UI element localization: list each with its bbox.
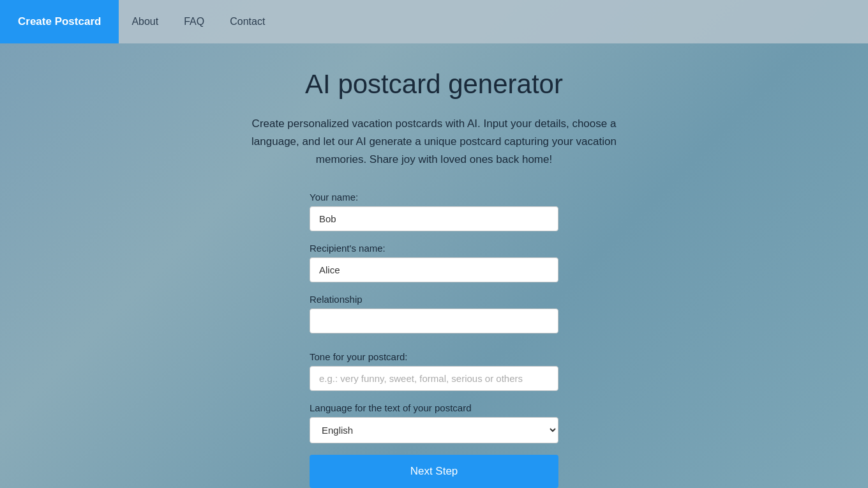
nav-brand[interactable]: Create Postcard bbox=[0, 0, 119, 43]
nav-links: About FAQ Contact bbox=[119, 0, 868, 43]
recipient-name-input[interactable] bbox=[310, 257, 558, 282]
page-description: Create personalized vacation postcards w… bbox=[243, 115, 625, 169]
language-select[interactable]: English Spanish French German Italian Po… bbox=[310, 417, 558, 443]
tone-label: Tone for your postcard: bbox=[310, 351, 558, 362]
tone-group: Tone for your postcard: bbox=[310, 351, 558, 391]
language-label: Language for the text of your postcard bbox=[310, 402, 558, 413]
form-container: Your name: Recipient's name: Relationshi… bbox=[310, 192, 558, 488]
recipient-name-label: Recipient's name: bbox=[310, 243, 558, 254]
your-name-input[interactable] bbox=[310, 206, 558, 231]
language-group: Language for the text of your postcard E… bbox=[310, 402, 558, 443]
relationship-label: Relationship bbox=[310, 294, 558, 305]
nav-link-faq[interactable]: FAQ bbox=[184, 16, 204, 27]
recipient-name-group: Recipient's name: bbox=[310, 243, 558, 282]
your-name-group: Your name: bbox=[310, 192, 558, 231]
relationship-input[interactable] bbox=[310, 309, 558, 333]
next-step-button[interactable]: Next Step bbox=[310, 455, 558, 488]
tone-input[interactable] bbox=[310, 366, 558, 391]
your-name-label: Your name: bbox=[310, 192, 558, 202]
relationship-group: Relationship bbox=[310, 294, 558, 333]
main-content: AI postcard generator Create personalize… bbox=[0, 43, 868, 488]
navbar: Create Postcard About FAQ Contact bbox=[0, 0, 868, 43]
nav-link-about[interactable]: About bbox=[131, 16, 158, 27]
page-title: AI postcard generator bbox=[305, 69, 563, 100]
nav-link-contact[interactable]: Contact bbox=[230, 16, 265, 27]
